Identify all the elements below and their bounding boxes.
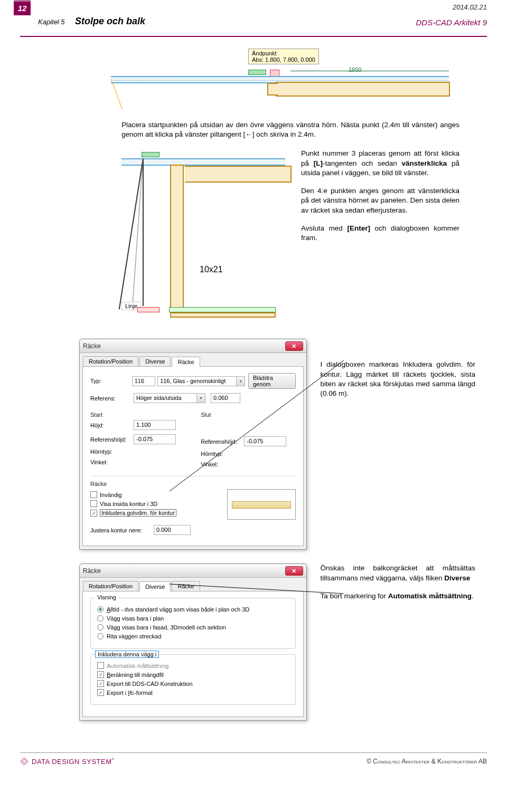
blue-wall-2 [121, 158, 285, 166]
tan-bottom [170, 312, 276, 318]
radio-icon[interactable] [97, 606, 104, 613]
tan-wall [276, 82, 450, 97]
right-p3: Avsluta med [Enter] och dialogboxen komm… [301, 224, 459, 243]
radio-alltid[interactable]: AAlltid - dvs standard vägg som visas bå… [97, 606, 289, 613]
label-typ: Typ: [90, 378, 132, 384]
right-p1: Punkt nummer 3 placeras genom att först … [301, 149, 459, 178]
group-visning-legend: Visning [95, 594, 118, 600]
chk-inkludera-label: Inkludera golvdim. för kontur [100, 509, 176, 517]
radio-streckad[interactable]: Rita väggen streckad [97, 633, 289, 639]
tab2-diverse[interactable]: Diverse [139, 581, 171, 591]
chk-export-ifc-label: Export i Ifc-format [107, 690, 153, 696]
refhojd2-field[interactable]: -0.075 [244, 436, 286, 446]
radio-plan[interactable]: Vägg visas bara i plan [97, 615, 289, 622]
referens-combo[interactable]: Höger sida/utsida ▼ [134, 393, 205, 403]
tab2-rotation-position[interactable]: Rotation/Position [83, 581, 138, 591]
dim-line [290, 71, 449, 71]
orange-guide [111, 79, 137, 106]
label-refhojd-2: Referenshöjd: [201, 438, 244, 445]
radio-fasad[interactable]: Vägg visas bara i fasad, 3Dmodell och se… [97, 624, 289, 631]
dds-logo: DATA DESIGN SYSTEM® [20, 757, 114, 766]
chk-invandig[interactable]: Invändig [90, 491, 227, 498]
figure-2: 10x21 Linje [121, 149, 285, 318]
tab-rotation-position[interactable]: Rotation/Position [83, 356, 138, 366]
green-marker-2 [142, 152, 159, 157]
justera-field[interactable]: 0.000 [154, 525, 191, 535]
dialog2-body: Visning AAlltid - dvs standard vägg som … [82, 591, 304, 717]
chk-berakning[interactable]: ✓Beräkning till mängdfil [97, 671, 289, 678]
racke-section-label: Räcke [90, 481, 296, 487]
tab-diverse[interactable]: Diverse [139, 356, 171, 366]
refhojd-field[interactable]: -0.075 [134, 434, 176, 444]
vertical-line [143, 158, 144, 306]
chk-inkludera-golvdim[interactable]: ✓Inkludera golvdim. för kontur [90, 509, 227, 517]
group-inkludera: Inkludera denna vägg i Automatisk måttsä… [90, 654, 296, 705]
bottom-markers [137, 307, 285, 312]
dds-logo-text: DATA DESIGN SYSTEM® [32, 758, 114, 766]
right-p2: Den 4:e punkten anges genom att vänsterk… [301, 186, 459, 215]
referens-value[interactable]: 0.060 [211, 393, 240, 403]
dialog2-titlebar[interactable]: Räcke ✕ [80, 564, 306, 578]
chevron-down-icon[interactable]: ▼ [237, 376, 245, 386]
close-icon[interactable]: ✕ [285, 341, 303, 351]
group-inkludera-legend: Inkludera denna vägg i [95, 651, 159, 658]
chk-berakning-label: Beräkning till mängdfil [107, 672, 164, 678]
tab-racke[interactable]: Räcke [172, 357, 200, 367]
flag-line1: Ändpunkt [252, 50, 315, 56]
tab2-racke[interactable]: Räcke [172, 581, 200, 591]
page-date: 2014.02.21 [453, 3, 487, 11]
radio-icon[interactable] [97, 624, 104, 631]
radio-icon[interactable] [97, 615, 104, 622]
copyright: © Consultec Arkitekter & Konstruktörer A… [367, 758, 487, 765]
page-number-tab: 12 [14, 2, 31, 15]
product-name: DDS-CAD Arkitekt 9 [416, 18, 487, 27]
typ-id-field[interactable]: 116 [132, 376, 156, 386]
typ-name-field[interactable]: 116, Glas - genomskinligt [157, 376, 237, 386]
flag-line2: Abs: 1.800, 7.800, 0.000 [252, 56, 315, 63]
checkbox-icon[interactable]: ✓ [97, 689, 104, 696]
chk-auto-matt[interactable]: Automatisk måttsättning [97, 662, 289, 669]
dialog-racke-1: Räcke ✕ Rotation/Position Diverse Räcke … [79, 339, 307, 550]
figure-1: Ändpunkt Abs: 1.800, 7.800, 0.000 1850 [111, 47, 475, 111]
side-text-1: I dialogboxen markeras Inkludera golvdim… [321, 360, 476, 398]
checkbox-icon[interactable]: ✓ [90, 510, 97, 517]
radio-fasad-label: Vägg visas bara i fasad, 3Dmodell och se… [107, 624, 226, 631]
checkbox-icon[interactable] [90, 500, 97, 507]
chk-export-ifc[interactable]: ✓Export i Ifc-format [97, 689, 289, 696]
label-vinkel-2: Vinkel: [201, 461, 244, 467]
page-title: Stolpe och balk [75, 16, 145, 27]
dds-logo-icon [20, 757, 29, 766]
label-justera: Justera kontur nere: [90, 527, 154, 533]
chk-export-dds-label: Export till DDS-CAD Konstruktion [107, 681, 193, 687]
chk-export-dds[interactable]: ✓Export till DDS-CAD Konstruktion [97, 680, 289, 687]
referens-field[interactable]: Höger sida/utsida [134, 393, 197, 403]
radio-plan-label: Vägg visas bara i plan [107, 615, 164, 622]
dialog2-tabs: Rotation/Position Diverse Räcke [80, 578, 306, 591]
dialog-title: Räcke [83, 342, 101, 350]
chevron-down-icon[interactable]: ▼ [197, 393, 205, 403]
label-referens: Referens: [90, 395, 134, 402]
radio-icon[interactable] [97, 633, 104, 639]
radio-streckad-label: Rita väggen streckad [107, 633, 161, 639]
right-text-column: Punkt nummer 3 placeras genom att först … [301, 149, 459, 318]
chk-visa-insida-label: Visa insida kontur i 3D [100, 501, 157, 507]
green-marker [248, 70, 266, 75]
checkbox-icon[interactable]: ✓ [97, 671, 104, 678]
checkbox-icon[interactable] [90, 491, 97, 498]
svg-marker-2 [21, 758, 28, 765]
svg-marker-3 [22, 759, 26, 763]
chapter-label: Kapitel 5 [38, 18, 65, 26]
chk-visa-insida[interactable]: Visa insida kontur i 3D [90, 500, 227, 507]
label-refhojd: Referenshöjd: [90, 436, 134, 443]
browse-button[interactable]: Bläddra genom [248, 373, 296, 389]
label-hojd: Höjd: [90, 422, 134, 428]
dimension-value: 1850 [349, 66, 361, 73]
checkbox-icon[interactable] [97, 662, 104, 669]
hojd-field[interactable]: 1.100 [134, 420, 176, 430]
typ-name-combo[interactable]: 116, Glas - genomskinligt ▼ [157, 376, 245, 386]
dialog-titlebar[interactable]: Räcke ✕ [80, 339, 306, 353]
label-horntyp: Hörntyp: [90, 448, 134, 455]
page-footer: DATA DESIGN SYSTEM® © Consultec Arkitekt… [20, 752, 487, 766]
close-icon[interactable]: ✕ [285, 566, 303, 576]
checkbox-icon[interactable]: ✓ [97, 680, 104, 687]
